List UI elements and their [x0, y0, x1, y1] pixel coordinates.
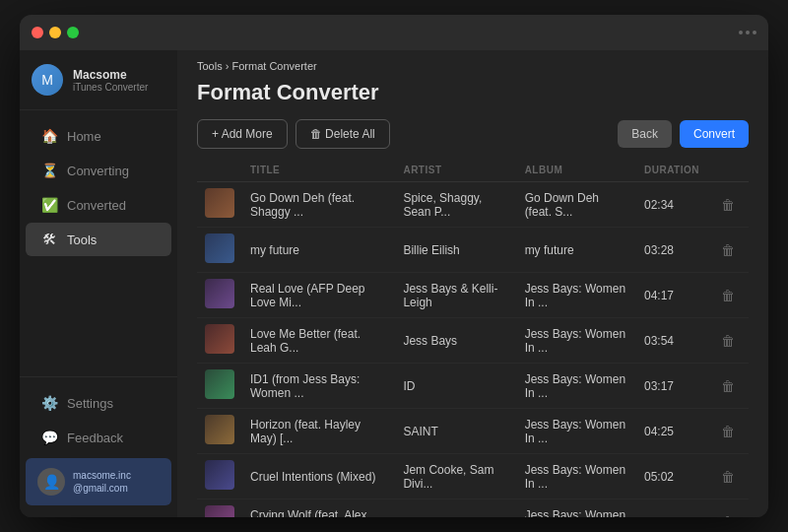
delete-track-button[interactable]: 🗑: [715, 195, 741, 215]
breadcrumb: Tools › Format Converter: [197, 60, 749, 72]
track-title: ID1 (from Jess Bays: Women ...: [242, 364, 395, 409]
delete-track-button[interactable]: 🗑: [715, 512, 741, 518]
track-album: Jess Bays: Women In ...: [517, 409, 636, 454]
track-thumbnail: [205, 324, 234, 354]
track-artist: Jess Bays: [395, 318, 516, 364]
delete-all-button[interactable]: 🗑 Delete All: [296, 119, 390, 149]
track-delete-cell: 🗑: [707, 182, 749, 228]
track-delete-cell: 🗑: [707, 273, 749, 318]
track-title: Love Me Better (feat. Leah G...: [242, 318, 395, 364]
user-profile[interactable]: 👤 macsome.inc @gmail.com: [26, 458, 171, 505]
track-artist: ID: [395, 364, 516, 409]
track-delete-cell: 🗑: [707, 499, 749, 518]
track-duration: 02:34: [636, 182, 707, 228]
traffic-lights: [32, 27, 79, 38]
content-header: Tools › Format Converter Format Converte…: [177, 50, 768, 149]
track-album: Go Down Deh (feat. S...: [517, 182, 636, 228]
track-artist: Spice, Shaggy, Sean P...: [395, 182, 516, 228]
track-thumb-cell: [197, 409, 242, 454]
sidebar-nav: 🏠 Home ⏳ Converting ✅ Converted 🛠 Tools: [20, 110, 177, 376]
track-title: Real Love (AFP Deep Love Mi...: [242, 273, 395, 318]
add-more-button[interactable]: + Add More: [197, 119, 288, 149]
track-thumb-cell: [197, 182, 242, 228]
sidebar-item-home[interactable]: 🏠 Home: [26, 119, 171, 153]
track-title: Horizon (feat. Hayley May) [...: [242, 409, 395, 454]
sidebar-item-converting[interactable]: ⏳ Converting: [26, 154, 171, 187]
track-artist: SAINT: [395, 409, 516, 454]
delete-track-button[interactable]: 🗑: [715, 376, 741, 396]
track-thumbnail: [205, 188, 234, 218]
sidebar-item-feedback[interactable]: 💬 Feedback: [26, 421, 171, 454]
tools-icon: 🛠: [41, 232, 57, 247]
track-thumbnail: [205, 279, 234, 308]
maximize-button[interactable]: [67, 27, 79, 38]
track-duration: 05:02: [636, 454, 707, 499]
page-title: Format Converter: [197, 80, 749, 105]
sidebar-item-home-label: Home: [67, 129, 101, 144]
user-email-line1: macsome.inc: [73, 469, 131, 482]
track-thumbnail: [205, 460, 234, 490]
track-thumb-cell: [197, 273, 242, 318]
track-delete-cell: 🗑: [707, 409, 749, 454]
table-row: my future Billie Eilish my future 03:28 …: [197, 228, 749, 273]
track-delete-cell: 🗑: [707, 318, 749, 364]
avatar: 👤: [37, 468, 65, 496]
sidebar-item-settings[interactable]: ⚙️ Settings: [26, 386, 171, 420]
track-delete-cell: 🗑: [707, 364, 749, 409]
breadcrumb-current: Format Converter: [231, 60, 316, 72]
brand-name: Macsome: [73, 68, 148, 82]
delete-track-button[interactable]: 🗑: [715, 240, 741, 260]
sidebar-item-tools[interactable]: 🛠 Tools: [26, 223, 171, 256]
table-row: ID1 (from Jess Bays: Women ... ID Jess B…: [197, 364, 749, 409]
sidebar-header: M Macsome iTunes Converter: [20, 50, 177, 110]
track-table: TITLE ARTIST ALBUM DURATION Go Down Deh …: [197, 159, 749, 517]
close-button[interactable]: [32, 27, 43, 38]
home-icon: 🏠: [41, 128, 57, 144]
track-album: Jess Bays: Women In ...: [517, 499, 636, 518]
table-row: Cruel Intentions (Mixed) Jem Cooke, Sam …: [197, 454, 749, 499]
track-album: Jess Bays: Women In ...: [517, 454, 636, 499]
track-artist: Billie Eilish: [395, 228, 516, 273]
brand-subtitle: iTunes Converter: [73, 82, 148, 93]
sidebar-item-tools-label: Tools: [67, 233, 97, 247]
sidebar-item-converted-label: Converted: [67, 198, 126, 213]
track-thumbnail: [205, 233, 234, 263]
table-row: Love Me Better (feat. Leah G... Jess Bay…: [197, 318, 749, 364]
track-thumb-cell: [197, 454, 242, 499]
track-thumb-cell: [197, 228, 242, 273]
track-artist: Jess Bays & Kelli-Leigh: [395, 273, 516, 318]
col-header-thumb: [197, 159, 242, 182]
track-title: Cruel Intentions (Mixed): [242, 454, 395, 499]
convert-button[interactable]: Convert: [680, 120, 749, 148]
delete-track-button[interactable]: 🗑: [715, 467, 741, 487]
feedback-icon: 💬: [41, 430, 57, 445]
track-duration: 04:17: [636, 273, 707, 318]
table-row: Go Down Deh (feat. Shaggy ... Spice, Sha…: [197, 182, 749, 228]
track-table-container: TITLE ARTIST ALBUM DURATION Go Down Deh …: [177, 159, 768, 517]
table-row: Horizon (feat. Hayley May) [... SAINT Je…: [197, 409, 749, 454]
sidebar-item-settings-label: Settings: [67, 396, 113, 411]
sidebar-item-converted[interactable]: ✅ Converted: [26, 188, 171, 222]
track-album: Jess Bays: Women In ...: [517, 318, 636, 364]
back-button[interactable]: Back: [618, 120, 672, 148]
delete-track-button[interactable]: 🗑: [715, 331, 741, 351]
delete-track-button[interactable]: 🗑: [715, 422, 741, 441]
sidebar-item-converting-label: Converting: [67, 164, 129, 178]
converting-icon: ⏳: [41, 163, 57, 178]
content-area: Tools › Format Converter Format Converte…: [177, 50, 768, 517]
table-row: Crying Wolf (feat. Alex Mills) ... No Ar…: [197, 499, 749, 518]
track-album: Jess Bays: Women In ...: [517, 273, 636, 318]
minimize-button[interactable]: [49, 27, 61, 38]
sidebar-item-feedback-label: Feedback: [67, 431, 123, 445]
delete-track-button[interactable]: 🗑: [715, 286, 741, 305]
sidebar: M Macsome iTunes Converter 🏠 Home ⏳ Conv…: [20, 50, 177, 517]
col-header-title: TITLE: [242, 159, 395, 182]
track-delete-cell: 🗑: [707, 228, 749, 273]
col-header-artist: ARTIST: [395, 159, 516, 182]
track-artist: No Artificial Colours: [395, 499, 516, 518]
track-artist: Jem Cooke, Sam Divi...: [395, 454, 516, 499]
converted-icon: ✅: [41, 197, 57, 213]
track-duration: 03:54: [636, 318, 707, 364]
user-email-line2: @gmail.com: [73, 482, 131, 495]
col-header-album: ALBUM: [517, 159, 636, 182]
